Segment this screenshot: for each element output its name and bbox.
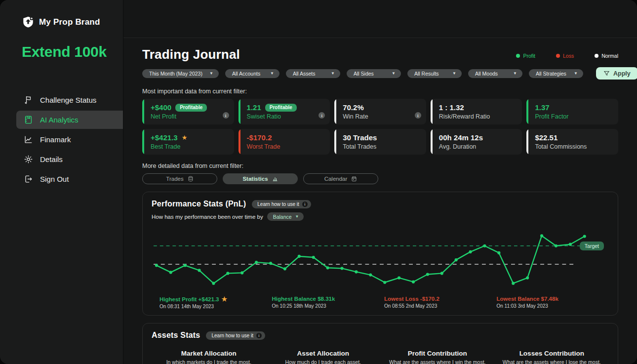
performance-panel: Performance Stats (PnL) Learn how to use… [142,192,618,316]
database-icon [188,176,194,182]
assets-col-market-allocation: Market Allocation In which markets do I … [152,350,266,364]
filter-assets[interactable]: All Assets▼ [286,69,340,78]
legend-loss: Loss [556,53,574,59]
legend-profit: Profit [516,53,535,59]
stat-card-swiset-ratio: 1.21Profitable Swiset Ratio i [239,99,330,124]
brand-name: My Prop Brand [39,17,100,27]
card-accent [526,99,528,124]
card-label: Win Rate [343,113,420,120]
card-value: 00h 24m 12s [439,133,483,142]
product-name: Extend 100k [0,43,123,60]
card-label: Worst Trade [247,143,324,150]
funnel-icon [603,70,610,77]
summary-cards: +$400Profitable Net Profit i 1.21Profita… [142,99,618,155]
info-icon[interactable]: i [415,112,421,119]
profit-dot-icon [516,54,520,58]
assets-help-button[interactable]: Learn how to use it i [206,331,265,340]
info-icon[interactable]: i [318,112,325,119]
assets-title: Assets Stats [152,331,200,340]
stat-card-total-trades: 30 Trades Total Trades [334,129,426,155]
metric-selector[interactable]: Balance ▼ [267,212,304,221]
card-value: 30 Trades [343,133,377,142]
card-accent [239,129,240,155]
annotation-lowest-loss: Lowest Loss -$170.2 On 08:55 2nd May 202… [384,296,497,309]
filter-period[interactable]: This Month (May 2023)▼ [142,69,219,78]
stat-card-worst-trade: -$170.2 Worst Trade [239,129,330,155]
chart-legend: Profit Loss Normal [516,53,618,59]
legend-normal: Normal [595,53,618,59]
card-value: -$170.2 [247,133,272,142]
stat-card-total-commissions: $22.51 Total Commissions [526,129,618,155]
filter-moods[interactable]: All Moods▼ [468,69,522,78]
info-icon[interactable]: i [223,112,229,119]
card-label: Avg. Duration [439,143,517,150]
sidebar-item-label: AI Analytics [40,116,79,124]
filter-sides[interactable]: All Sides▼ [347,69,401,78]
star-icon: ★ [182,134,188,141]
filter-accounts[interactable]: All Accounts▼ [225,69,279,78]
sidebar-item-finamark[interactable]: Finamark [16,130,123,149]
card-label: Profit Factor [535,113,612,120]
stat-card-risk-reward: 1 : 1.32 Risk/Reward Ratio [431,99,522,124]
filter-row: This Month (May 2023)▼ All Accounts▼ All… [142,67,618,80]
chevron-down-icon: ▼ [331,72,335,76]
sidebar-item-challenge-status[interactable]: Challenge Status [16,91,123,109]
pnl-chart-area: Target [152,225,609,294]
star-icon: ★ [221,296,227,302]
apply-button[interactable]: Apply [596,67,637,80]
chevron-down-icon: ▼ [392,72,396,76]
pnl-chart [152,225,609,294]
line-chart-icon [24,135,33,144]
card-accent [334,129,336,155]
card-value: +$400 [151,103,171,112]
tab-statistics[interactable]: Statistics [223,173,298,184]
bar-chart-icon [272,176,278,182]
journal-icon [24,115,33,124]
info-icon: i [256,333,262,338]
filter-strategies[interactable]: All Strategies▼ [529,69,583,78]
flag-icon [24,95,33,105]
assets-col-losses-contribution: Losses Contribution What are the assets … [495,350,609,364]
chevron-down-icon: ▼ [209,72,213,76]
topbar [123,0,637,38]
sidebar-item-label: Details [40,155,63,163]
gear-icon [24,155,33,164]
stat-card-net-profit: +$400Profitable Net Profit i [142,99,234,124]
sidebar-item-ai-analytics[interactable]: AI Analytics [16,111,123,129]
card-accent [526,129,528,155]
filter-results[interactable]: All Results▼ [407,69,462,78]
performance-help-button[interactable]: Learn how to use it i [252,200,311,208]
detail-tabs: Trades Statistics Calendar [142,173,618,184]
card-label: Net Profit [151,113,228,120]
sidebar-item-label: Sign Out [40,175,69,183]
loss-dot-icon [556,54,560,58]
annotation-highest-balance: Highest Balance $8.31k On 10:25 18th May… [272,296,385,309]
tab-calendar[interactable]: Calendar [303,173,378,184]
stat-card-best-trade: +$421.3★ Best Trade [142,129,234,155]
sidebar: My Prop Brand Extend 100k Challenge Stat… [0,0,123,364]
main-area: Trading Journal Profit Loss Normal [123,0,637,364]
chevron-down-icon: ▼ [513,72,517,76]
card-label: Total Commissions [535,143,612,150]
chart-annotations: Highest Profit +$421.3★ On 08:31 14th Ma… [152,296,609,309]
app-window: My Prop Brand Extend 100k Challenge Stat… [0,0,637,364]
target-badge: Target [580,242,604,250]
card-label: Swiset Ratio [247,113,324,120]
card-label: Best Trade [151,143,228,150]
card-value: $22.51 [535,133,557,142]
brand-logo: My Prop Brand [0,16,123,29]
profitable-badge: Profitable [175,104,207,112]
card-value: 1.37 [535,103,549,112]
chevron-down-icon: ▼ [295,215,299,219]
tab-trades[interactable]: Trades [142,173,217,184]
sidebar-item-sign-out[interactable]: Sign Out [16,170,123,188]
assets-col-asset-allocation: Asset Allocation How much do I trade eac… [266,350,381,364]
chevron-down-icon: ▼ [452,72,456,76]
card-accent [239,99,240,124]
stat-card-win-rate: 70.2% Win Rate i [334,99,426,124]
sidebar-item-label: Finamark [40,135,71,144]
summary-caption: Most important data from current filter: [142,88,618,95]
sidebar-item-details[interactable]: Details [16,150,123,168]
card-value: 70.2% [343,103,364,112]
sidebar-nav: Challenge Status AI Analytics Finamark D… [0,91,123,188]
